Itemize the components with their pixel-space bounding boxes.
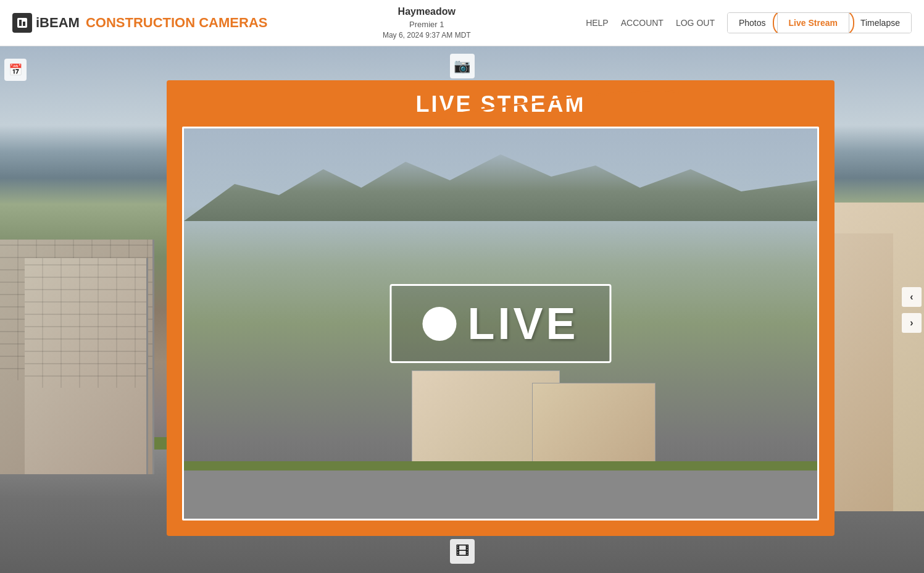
svg-rect-0 (17, 18, 27, 28)
live-stream-overlay: LIVE STREAM LIVE (167, 80, 835, 536)
logo-subtitle: CONSTRUCTION CAMERAS (86, 15, 268, 31)
camera-top-icon[interactable]: 📷 (450, 54, 475, 78)
logout-link[interactable]: LOG OUT (676, 18, 715, 28)
logo-icon (12, 13, 32, 33)
photos-tab[interactable]: Photos (728, 13, 778, 33)
timelapse-tab[interactable]: Timelapse (849, 13, 911, 33)
logo-ibeam: iBEAM (36, 15, 80, 31)
tab-area: Photos Live Stream Timelapse (727, 12, 912, 33)
live-stream-tab[interactable]: Live Stream (778, 13, 849, 33)
header: iBEAM CONSTRUCTION CAMERAS Haymeadow Pre… (0, 0, 924, 46)
center-info: Haymeadow Premier 1 May 6, 2024 9:37 AM … (383, 5, 471, 40)
live-text: LIVE (467, 298, 578, 349)
left-sidebar: 📅 (0, 46, 31, 573)
filmstrip-icon[interactable]: 🎞 (450, 539, 475, 564)
live-stream-tab-wrapper: Live Stream (778, 13, 849, 33)
nav-right: HELP ACCOUNT LOG OUT Photos Live Stream … (586, 12, 912, 33)
help-link[interactable]: HELP (586, 18, 609, 28)
camera-name: Premier 1 (383, 19, 471, 30)
chevron-up-btn[interactable]: ‹ (902, 287, 922, 307)
logo-area: iBEAM CONSTRUCTION CAMERAS (12, 13, 267, 33)
svg-rect-2 (23, 22, 25, 26)
live-dot (422, 307, 456, 341)
right-sidebar: ‹ › (899, 46, 924, 573)
nav-links: HELP ACCOUNT LOG OUT (586, 18, 715, 28)
account-link[interactable]: ACCOUNT (621, 18, 664, 28)
live-badge: LIVE (389, 284, 611, 363)
chevron-down-btn[interactable]: › (902, 313, 922, 333)
svg-rect-1 (19, 20, 22, 26)
building-left-2 (25, 258, 148, 474)
site-name: Haymeadow (383, 5, 471, 19)
video-frame[interactable]: LIVE (182, 127, 819, 521)
main-content: 📷 📅 ‹ › LIVE STREAM LIVE (0, 46, 924, 573)
timestamp: May 6, 2024 9:37 AM MDT (383, 30, 471, 41)
live-stream-title: LIVE STREAM (415, 80, 585, 127)
calendar-icon[interactable]: 📅 (4, 59, 27, 81)
